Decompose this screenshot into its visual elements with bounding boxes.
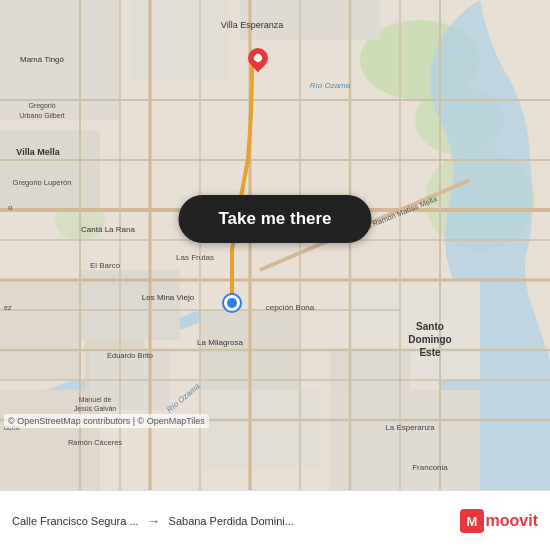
svg-rect-14 — [330, 390, 480, 490]
svg-text:Domingo: Domingo — [408, 334, 451, 345]
moovit-icon: M — [460, 509, 484, 533]
moovit-logo-text: moovit — [486, 512, 538, 530]
svg-text:Jesús Galván: Jesús Galván — [74, 405, 117, 412]
svg-text:Santo: Santo — [416, 321, 444, 332]
svg-text:M: M — [466, 514, 477, 529]
svg-text:Gregorio: Gregorio — [28, 102, 55, 110]
svg-text:Las Frutas: Las Frutas — [176, 253, 214, 262]
origin-marker — [224, 295, 240, 311]
svg-text:Ramón Cáceres: Ramón Cáceres — [68, 438, 122, 447]
take-me-there-button[interactable]: Take me there — [178, 195, 371, 243]
route-info: Calle Francisco Segura ... → Sabana Perd… — [12, 513, 460, 529]
route-arrow: → — [147, 513, 161, 529]
svg-text:Este: Este — [419, 347, 441, 358]
route-origin: Calle Francisco Segura ... — [12, 515, 139, 527]
svg-text:Villa Mella: Villa Mella — [16, 147, 60, 157]
svg-text:Villa Esperanza: Villa Esperanza — [221, 20, 283, 30]
map-container: Villa Esperanza Mamá Tingó Gregorio Urba… — [0, 0, 550, 490]
svg-text:Río Ozama: Río Ozama — [310, 81, 351, 90]
destination-marker — [248, 48, 268, 74]
svg-text:Franconia: Franconia — [412, 463, 448, 472]
svg-text:Eduardo Brito: Eduardo Brito — [107, 351, 153, 360]
bottom-bar: Calle Francisco Segura ... → Sabana Perd… — [0, 490, 550, 550]
svg-rect-18 — [130, 0, 230, 80]
svg-text:Urbano Gilbert: Urbano Gilbert — [19, 112, 65, 119]
svg-text:o: o — [8, 203, 13, 212]
svg-rect-6 — [0, 280, 80, 380]
route-destination: Sabana Perdida Domini... — [169, 515, 294, 527]
svg-rect-17 — [0, 130, 100, 210]
moovit-logo: M moovit — [460, 509, 538, 533]
svg-text:Mamá Tingó: Mamá Tingó — [20, 55, 65, 64]
svg-text:Los Mina Viejo: Los Mina Viejo — [142, 293, 195, 302]
map-attribution: © OpenStreetMap contributors | © OpenMap… — [4, 414, 209, 428]
svg-text:La Esperanza: La Esperanza — [385, 423, 435, 432]
svg-text:La Milagrosa: La Milagrosa — [197, 338, 243, 347]
svg-text:ez: ez — [4, 304, 12, 311]
svg-text:Gregorio Luperón: Gregorio Luperón — [13, 178, 72, 187]
svg-rect-12 — [200, 390, 320, 470]
svg-text:cepción Bona: cepción Bona — [266, 303, 315, 312]
svg-rect-15 — [330, 350, 410, 390]
svg-text:Cantá La Rana: Cantá La Rana — [81, 225, 135, 234]
svg-text:El Barco: El Barco — [90, 261, 121, 270]
svg-text:Manuel de: Manuel de — [79, 396, 112, 403]
